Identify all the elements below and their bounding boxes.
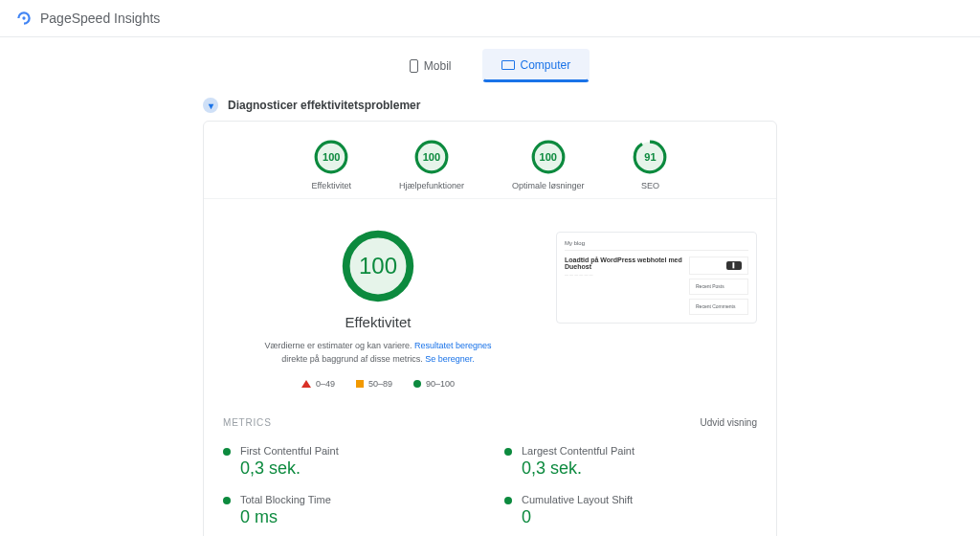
gauge-effektivitet[interactable]: 100 Effektivitet xyxy=(312,139,351,190)
svg-point-0 xyxy=(22,16,25,19)
app-header: PageSpeed Insights xyxy=(0,0,980,37)
score-legend: 0–49 50–89 90–100 xyxy=(223,379,533,389)
metric-cls: Cumulative Layout Shift0 xyxy=(504,486,757,535)
status-dot-icon xyxy=(504,497,512,504)
square-icon xyxy=(356,380,364,388)
triangle-icon xyxy=(301,380,311,388)
legend-bad: 0–49 xyxy=(301,379,335,389)
status-dot-icon xyxy=(223,497,231,504)
legend-good: 90–100 xyxy=(413,379,455,389)
score-description: Værdierne er estimater og kan variere. R… xyxy=(254,340,502,366)
page-screenshot-thumb: My blog Loadtid på WordPress webhotel me… xyxy=(556,232,757,324)
tab-computer[interactable]: Computer xyxy=(482,49,590,82)
metric-lcp: Largest Contentful Paint0,3 sek. xyxy=(504,437,757,486)
expand-view-link[interactable]: Udvid visning xyxy=(701,417,757,428)
tab-mobile-label: Mobil xyxy=(424,59,452,73)
legend-mid: 50–89 xyxy=(356,379,392,389)
big-gauge-title: Effektivitet xyxy=(223,314,533,330)
metrics-header: METRICS Udvid visning xyxy=(204,404,776,437)
tab-computer-label: Computer xyxy=(521,58,571,72)
metric-tbt: Total Blocking Time0 ms xyxy=(223,486,476,535)
status-dot-icon xyxy=(223,448,231,456)
link-resultat[interactable]: Resultatet beregnes xyxy=(414,341,492,350)
device-tabs: Mobil Computer xyxy=(0,49,980,82)
gauge-hjaelpefunktioner[interactable]: 100 Hjælpefunktioner xyxy=(399,139,464,190)
expand-chip-icon: ▾ xyxy=(203,98,218,113)
status-dot-icon xyxy=(504,448,512,456)
app-title: PageSpeed Insights xyxy=(40,11,160,26)
results-card: 100 Effektivitet 100 Hjælpefunktioner 10… xyxy=(203,121,777,536)
gauge-optimale[interactable]: 100 Optimale løsninger xyxy=(512,139,585,190)
circle-icon xyxy=(413,380,421,388)
category-gauges: 100 Effektivitet 100 Hjælpefunktioner 10… xyxy=(204,122,776,199)
metric-fcp: First Contentful Paint0,3 sek. xyxy=(223,437,476,486)
diagnose-title: Diagnosticer effektivitetsproblemer xyxy=(228,99,420,112)
tab-mobile[interactable]: Mobil xyxy=(390,49,471,82)
phone-icon xyxy=(410,59,418,73)
performance-panel: 100 Effektivitet Værdierne er estimater … xyxy=(204,199,776,404)
psi-logo-icon xyxy=(15,10,33,27)
laptop-icon xyxy=(501,60,515,70)
big-gauge: 100 xyxy=(340,228,416,304)
metrics-title: METRICS xyxy=(223,417,272,428)
metrics-grid: First Contentful Paint0,3 sek. Largest C… xyxy=(204,437,776,536)
gauge-seo[interactable]: 91 SEO xyxy=(632,139,668,190)
link-beregner[interactable]: Se beregner. xyxy=(425,354,475,364)
diagnose-header[interactable]: ▾ Diagnosticer effektivitetsproblemer xyxy=(203,90,777,121)
